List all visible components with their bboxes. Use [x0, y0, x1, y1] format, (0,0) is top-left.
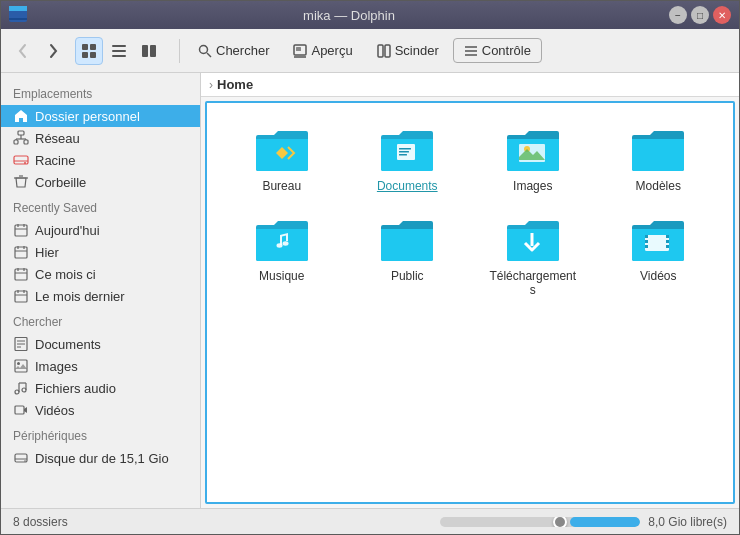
maximize-button[interactable]: □	[691, 6, 709, 24]
sidebar-item-corbeille[interactable]: Corbeille	[1, 171, 200, 193]
svg-point-31	[24, 162, 26, 164]
sidebar-item-documents[interactable]: Documents	[1, 333, 200, 355]
sidebar-item-reseau[interactable]: Réseau	[1, 127, 200, 149]
close-button[interactable]: ✕	[713, 6, 731, 24]
section-periph-header: Périphériques	[1, 421, 200, 447]
statusbar-count: 8 dossiers	[13, 515, 68, 529]
toolbar-separator-1	[179, 39, 180, 63]
folder-icon-images	[505, 127, 561, 175]
sidebar-item-label: Documents	[35, 337, 101, 352]
svg-rect-3	[82, 44, 88, 50]
sidebar-item-hier[interactable]: Hier	[1, 241, 200, 263]
sidebar-item-ce-mois-ci[interactable]: Ce mois ci	[1, 263, 200, 285]
sidebar-item-aujourdhui[interactable]: Aujourd'hui	[1, 219, 200, 241]
documents-icon	[13, 336, 29, 352]
back-button[interactable]	[9, 37, 37, 65]
view-mode-buttons	[75, 37, 163, 65]
forward-button[interactable]	[39, 37, 67, 65]
svg-rect-54	[15, 360, 27, 372]
titlebar: mika — Dolphin − □ ✕	[1, 1, 739, 29]
window: mika — Dolphin − □ ✕	[0, 0, 740, 535]
control-button[interactable]: Contrôle	[453, 38, 542, 63]
main-panel: › Home	[201, 73, 739, 508]
sidebar-item-label: Le mois dernier	[35, 289, 125, 304]
sidebar-item-le-mois-dernier[interactable]: Le mois dernier	[1, 285, 200, 307]
file-name-bureau: Bureau	[262, 179, 301, 193]
sidebar-item-label: Vidéos	[35, 403, 75, 418]
svg-rect-2	[9, 18, 27, 20]
list-view-button[interactable]	[105, 37, 133, 65]
section-search-header: Chercher	[1, 307, 200, 333]
folder-icon-telechargements	[505, 217, 561, 265]
file-item-public[interactable]: Public	[349, 209, 467, 305]
svg-rect-18	[385, 45, 390, 57]
content-area: Emplacements Dossier personnel	[1, 73, 739, 508]
sidebar-item-label: Corbeille	[35, 175, 86, 190]
sidebar-item-videos-search[interactable]: Vidéos	[1, 399, 200, 421]
trash-icon	[13, 174, 29, 190]
svg-rect-67	[399, 151, 409, 153]
breadcrumb-arrow: ›	[209, 78, 213, 92]
file-name-modeles: Modèles	[636, 179, 681, 193]
menu-icon	[464, 44, 478, 58]
split-view-button[interactable]	[135, 37, 163, 65]
file-name-videos: Vidéos	[640, 269, 676, 283]
sidebar-item-dossier-personnel[interactable]: Dossier personnel	[1, 105, 200, 127]
sidebar-item-label: Disque dur de 15,1 Gio	[35, 451, 169, 466]
search-button[interactable]: Chercher	[188, 39, 279, 62]
images-icon	[13, 358, 29, 374]
sidebar-item-fichiers-audio[interactable]: Fichiers audio	[1, 377, 200, 399]
file-grid-container: Bureau	[205, 101, 735, 504]
folder-icon-documents	[379, 127, 435, 175]
svg-rect-34	[15, 225, 27, 236]
sidebar-item-label: Ce mois ci	[35, 267, 96, 282]
section-recently-header: Recently Saved	[1, 193, 200, 219]
svg-line-13	[207, 53, 211, 57]
calendar-icon	[13, 266, 29, 282]
file-item-musique[interactable]: Musique	[223, 209, 341, 305]
file-item-modeles[interactable]: Modèles	[600, 119, 718, 201]
sidebar-item-disque-dur[interactable]: Disque dur de 15,1 Gio	[1, 447, 200, 469]
sidebar-item-label: Réseau	[35, 131, 80, 146]
svg-rect-74	[645, 235, 669, 251]
file-name-documents: Documents	[377, 179, 438, 193]
split-icon	[377, 44, 391, 58]
preview-button[interactable]: Aperçu	[283, 39, 362, 62]
window-controls: − □ ✕	[669, 6, 731, 24]
folder-icon-public	[379, 217, 435, 265]
sidebar-item-racine[interactable]: Racine	[1, 149, 200, 171]
svg-rect-46	[15, 291, 27, 302]
svg-rect-4	[90, 44, 96, 50]
svg-rect-68	[399, 154, 407, 156]
svg-rect-77	[645, 245, 648, 248]
split-button[interactable]: Scinder	[367, 39, 449, 62]
sidebar-item-label: Hier	[35, 245, 59, 260]
svg-rect-23	[14, 140, 18, 144]
icon-view-button[interactable]	[75, 37, 103, 65]
svg-rect-79	[666, 240, 669, 243]
svg-rect-7	[112, 45, 126, 47]
file-item-telechargements[interactable]: Téléchargements	[474, 209, 592, 305]
file-name-telechargements: Téléchargements	[488, 269, 578, 297]
search-label: Chercher	[216, 43, 269, 58]
file-item-documents[interactable]: Documents	[349, 119, 467, 201]
statusbar: 8 dossiers 8,0 Gio libre(s)	[1, 508, 739, 534]
storage-progress-thumb	[553, 517, 567, 527]
folder-icon-bureau	[254, 127, 310, 175]
sidebar: Emplacements Dossier personnel	[1, 73, 201, 508]
app-icon	[9, 5, 29, 25]
statusbar-free-space: 8,0 Gio libre(s)	[648, 515, 727, 529]
sidebar-item-label: Aujourd'hui	[35, 223, 100, 238]
file-item-bureau[interactable]: Bureau	[223, 119, 341, 201]
svg-rect-80	[666, 245, 669, 248]
svg-point-55	[17, 362, 20, 365]
svg-rect-5	[82, 52, 88, 58]
calendar-icon	[13, 288, 29, 304]
svg-point-12	[200, 45, 208, 53]
folder-icon-musique	[254, 217, 310, 265]
sidebar-item-images[interactable]: Images	[1, 355, 200, 377]
calendar-icon	[13, 244, 29, 260]
file-item-images[interactable]: Images	[474, 119, 592, 201]
minimize-button[interactable]: −	[669, 6, 687, 24]
file-item-videos[interactable]: Vidéos	[600, 209, 718, 305]
